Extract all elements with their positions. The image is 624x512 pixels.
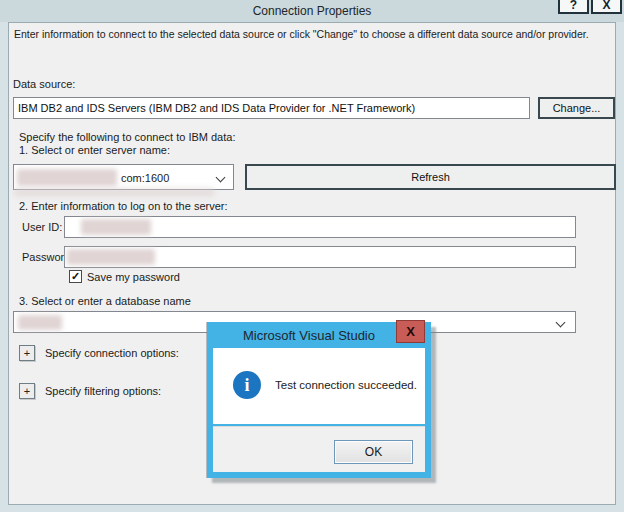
refresh-button-label: Refresh [411, 171, 450, 183]
connection-options-label: Specify connection options: [45, 347, 179, 359]
visual-studio-message-box: Microsoft Visual Studio X i Test connect… [207, 322, 431, 478]
message-box-content: i Test connection succeeded. [213, 348, 425, 424]
filtering-options-expand-button[interactable]: + [19, 383, 35, 399]
ok-button-label: OK [365, 445, 382, 459]
redacted-user-id [81, 219, 151, 235]
change-button-label: Change... [553, 102, 601, 114]
filtering-options-label: Specify filtering options: [45, 385, 161, 397]
message-box-title: Microsoft Visual Studio [243, 328, 375, 343]
change-button[interactable]: Change... [538, 97, 615, 119]
redacted-password [67, 249, 155, 265]
server-name-value: com:1600 [121, 172, 169, 184]
ok-button[interactable]: OK [334, 440, 413, 464]
data-source-input[interactable] [13, 97, 530, 119]
check-icon: ✓ [71, 270, 80, 282]
close-icon: X [602, 0, 610, 12]
refresh-button[interactable]: Refresh [245, 164, 616, 190]
redacted-server-name [17, 169, 117, 186]
question-icon: ? [570, 0, 577, 12]
save-password-checkbox[interactable]: ✓ [69, 270, 82, 283]
step2-label: 2. Enter information to log on to the se… [19, 200, 228, 212]
window-close-button[interactable]: X [591, 0, 622, 14]
step1-label: 1. Select or enter server name: [19, 144, 170, 156]
data-source-label: Data source: [13, 78, 75, 90]
window-title: Connection Properties [253, 4, 372, 18]
close-icon: X [406, 324, 415, 339]
message-box-footer: OK [213, 426, 425, 472]
connection-properties-window: Connection Properties ? X Enter informat… [0, 0, 624, 512]
plus-icon: + [24, 385, 30, 397]
intro-text: Enter information to connect to the sele… [14, 28, 589, 40]
connection-options-expand-button[interactable]: + [19, 345, 35, 361]
server-name-combobox[interactable]: com:1600 [13, 164, 234, 190]
chevron-down-icon[interactable] [556, 318, 566, 328]
message-text: Test connection succeeded. [275, 379, 417, 391]
step3-label: 3. Select or enter a database name [19, 295, 191, 307]
help-button[interactable]: ? [558, 0, 589, 14]
redacted-database-name [18, 315, 62, 330]
info-icon: i [233, 371, 261, 399]
message-box-close-button[interactable]: X [396, 320, 425, 343]
chevron-down-icon[interactable] [216, 173, 226, 183]
redacted-smear [14, 189, 214, 196]
ibm-section-heading: Specify the following to connect to IBM … [19, 131, 235, 143]
window-titlebar: Connection Properties [0, 0, 624, 22]
plus-icon: + [24, 347, 30, 359]
save-password-label: Save my password [87, 271, 180, 283]
user-id-label: User ID: [22, 221, 62, 233]
